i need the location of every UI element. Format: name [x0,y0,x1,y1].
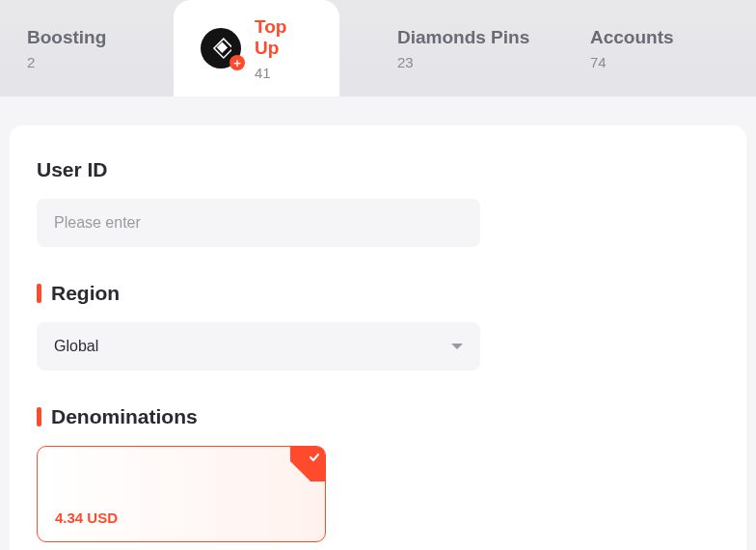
denomination-card[interactable]: 4.34 USD [37,446,326,542]
tab-label: Top Up [255,16,312,59]
tab-accounts[interactable]: Accounts 74 [563,0,756,96]
tab-label: Diamonds Pins [397,27,529,48]
user-id-input[interactable] [37,199,480,247]
denominations-title: Denominations [37,405,719,428]
tab-label: Boosting [27,27,106,48]
chevron-down-icon [451,344,463,349]
form-panel: User ID Region Global Denominations 4.34… [10,125,746,550]
section-label: Denominations [51,405,198,428]
selected-check-icon [290,447,325,481]
tab-count: 74 [590,54,674,70]
section-label: Region [51,282,120,305]
denomination-price: 4.34 USD [55,509,118,526]
region-value: Global [54,338,98,355]
region-select[interactable]: Global [37,322,480,371]
tab-top-up[interactable]: + Top Up 41 [174,0,339,96]
user-id-title: User ID [37,158,719,181]
tab-count: 2 [27,54,106,70]
tab-boosting[interactable]: Boosting 2 [0,0,174,96]
tab-count: 23 [397,54,529,70]
plus-badge-icon: + [230,55,245,70]
top-up-icon: + [201,28,241,69]
accent-bar-icon [37,407,41,426]
accent-bar-icon [37,284,41,303]
tab-count: 41 [255,65,312,81]
tab-label: Accounts [590,27,674,48]
region-title: Region [37,282,719,305]
category-tabs: Boosting 2 + Top Up 41 Diamonds Pins 23 … [0,0,756,96]
section-label: User ID [37,158,108,181]
tab-diamonds-pins[interactable]: Diamonds Pins 23 [339,0,563,96]
